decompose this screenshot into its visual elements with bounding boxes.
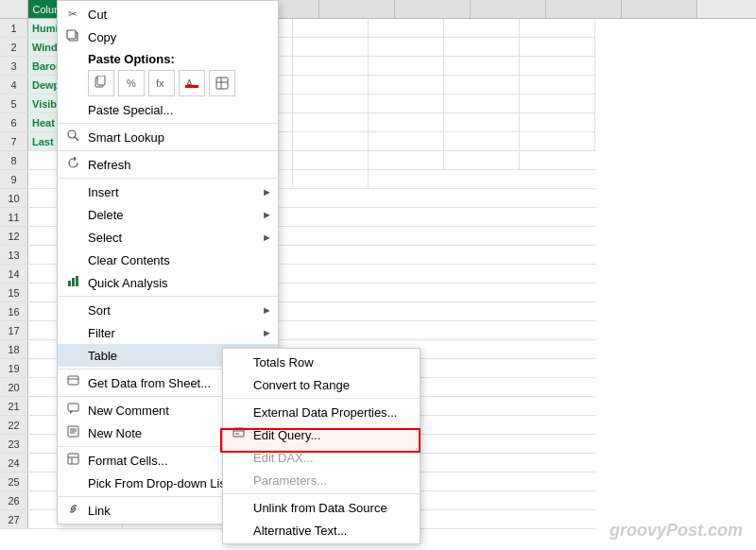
select-arrow: ►	[262, 232, 272, 243]
new-comment-icon	[63, 403, 82, 418]
row-num-header	[0, 0, 28, 18]
col-header-f[interactable]	[395, 0, 471, 18]
new-note-icon	[63, 425, 82, 440]
separator-3	[58, 178, 278, 179]
svg-point-10	[68, 130, 76, 138]
svg-rect-13	[72, 278, 75, 286]
menu-item-copy[interactable]: Copy	[58, 26, 278, 48]
cut-icon: ✂	[63, 8, 82, 21]
submenu-sep-1	[223, 398, 420, 399]
filter-arrow: ►	[262, 327, 272, 338]
menu-item-clear-contents[interactable]: Clear Contents	[58, 249, 278, 271]
svg-rect-15	[68, 376, 78, 385]
separator-1	[58, 123, 278, 124]
menu-item-sort[interactable]: Sort ►	[58, 299, 278, 321]
paste-icon-1[interactable]	[88, 70, 114, 96]
submenu-sep-2	[223, 493, 420, 494]
smart-lookup-icon	[63, 129, 82, 145]
svg-rect-1	[67, 30, 76, 39]
table-submenu: Totals Row Convert to Range External Dat…	[222, 348, 421, 544]
svg-rect-7	[216, 77, 228, 89]
link-icon	[63, 503, 82, 518]
get-data-icon	[63, 375, 82, 390]
paste-icon-3[interactable]: fx	[148, 70, 175, 96]
menu-item-insert[interactable]: Insert ►	[58, 180, 278, 203]
svg-rect-17	[68, 404, 78, 411]
svg-rect-12	[68, 281, 71, 286]
menu-item-filter[interactable]: Filter ►	[58, 321, 278, 344]
paste-options-label: Paste Options:	[58, 48, 278, 68]
edit-query-icon	[229, 427, 248, 442]
svg-rect-14	[76, 276, 78, 286]
menu-item-quick-analysis[interactable]: Quick Analysis	[58, 271, 278, 294]
svg-text:fx: fx	[156, 77, 164, 89]
delete-arrow: ►	[262, 209, 272, 220]
svg-rect-6	[185, 85, 198, 88]
insert-arrow: ►	[262, 186, 272, 198]
paste-icons-row: % fx A	[58, 68, 278, 98]
submenu-edit-query[interactable]: Edit Query...	[223, 423, 420, 446]
paste-icon-4[interactable]: A	[179, 70, 205, 96]
quick-analysis-icon	[63, 275, 82, 290]
paste-icon-5[interactable]	[209, 70, 235, 96]
col-header-g[interactable]	[471, 0, 546, 18]
menu-item-select[interactable]: Select ►	[58, 226, 278, 249]
submenu-unlink-data[interactable]: Unlink from Data Source	[223, 496, 420, 519]
col-header-h[interactable]	[546, 0, 622, 18]
submenu-convert-range[interactable]: Convert to Range	[223, 373, 420, 396]
copy-icon	[63, 29, 82, 45]
separator-2	[58, 150, 278, 151]
menu-item-smart-lookup[interactable]: Smart Lookup	[58, 126, 278, 148]
submenu-alternative-text[interactable]: Alternative Text...	[223, 519, 420, 541]
watermark: groovyPost.com	[610, 521, 743, 541]
menu-item-delete[interactable]: Delete ►	[58, 203, 278, 226]
svg-line-11	[75, 137, 78, 141]
format-cells-icon	[63, 453, 82, 468]
col-header-i[interactable]	[622, 0, 697, 18]
submenu-external-data[interactable]: External Data Properties...	[223, 401, 420, 423]
menu-item-paste-special[interactable]: Paste Special...	[58, 98, 278, 121]
svg-rect-23	[68, 454, 78, 464]
refresh-icon	[63, 157, 82, 172]
submenu-edit-dax: Edit DAX...	[223, 446, 420, 469]
submenu-totals-row[interactable]: Totals Row	[223, 351, 420, 373]
col-header-e[interactable]	[319, 0, 395, 18]
svg-rect-3	[97, 76, 105, 85]
paste-icon-2[interactable]: %	[118, 70, 145, 96]
sort-arrow: ►	[262, 304, 272, 316]
svg-rect-26	[233, 428, 244, 437]
separator-4	[58, 296, 278, 297]
submenu-parameters: Parameters...	[223, 469, 420, 491]
menu-item-refresh[interactable]: Refresh	[58, 153, 278, 176]
menu-item-cut[interactable]: ✂ Cut	[58, 3, 278, 26]
